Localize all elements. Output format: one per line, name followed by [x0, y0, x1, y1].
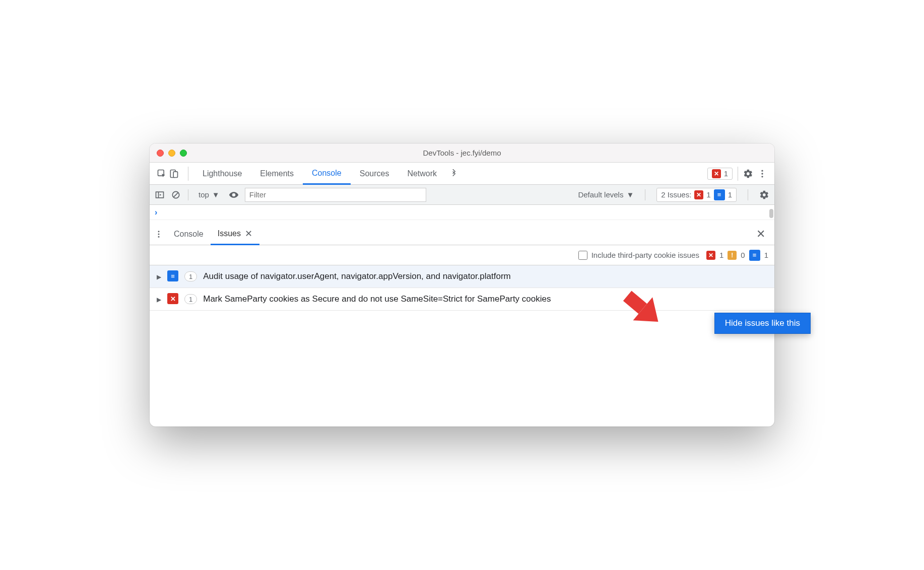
drawer-tab-issues[interactable]: Issues ✕	[211, 224, 259, 245]
main-tabstrip: Lighthouse Elements Console Sources Netw…	[150, 163, 774, 185]
issues-toolbar: Include third-party cookie issues ✕ 1 ! …	[150, 245, 774, 265]
levels-label: Default levels	[578, 190, 623, 199]
error-icon: ✕	[167, 293, 178, 304]
issues-info-count: 1	[728, 190, 732, 199]
error-icon: ✕	[706, 251, 715, 260]
expand-triangle-icon[interactable]: ▶	[157, 296, 161, 303]
issues-error-count: 1	[706, 190, 710, 199]
issues-list: ▶ ≡ 1 Audit usage of navigator.userAgent…	[150, 265, 774, 311]
chevron-down-icon: ▼	[626, 190, 634, 199]
error-count: 1	[724, 169, 728, 178]
log-levels-selector[interactable]: Default levels ▼	[578, 190, 634, 199]
kebab-menu-icon[interactable]	[757, 169, 767, 179]
close-tab-icon[interactable]: ✕	[245, 228, 252, 239]
issue-row[interactable]: ▶ ≡ 1 Audit usage of navigator.userAgent…	[150, 265, 774, 288]
svg-point-3	[761, 170, 763, 171]
error-icon: ✕	[694, 190, 703, 199]
svg-point-5	[761, 176, 763, 177]
live-expression-eye-icon[interactable]	[229, 190, 239, 200]
filter-input[interactable]	[245, 188, 426, 202]
console-prompt[interactable]: ›	[150, 205, 774, 220]
scrollbar-thumb[interactable]	[769, 209, 773, 218]
error-count: 1	[719, 251, 723, 259]
close-drawer-icon[interactable]: ✕	[751, 228, 770, 241]
svg-point-4	[761, 173, 763, 174]
tab-network[interactable]: Network	[398, 163, 446, 184]
error-count-badge[interactable]: ✕ 1	[707, 168, 733, 180]
drawer-kebab-icon[interactable]	[154, 229, 164, 239]
inspect-element-icon[interactable]	[157, 169, 167, 179]
empty-area	[150, 311, 774, 426]
prompt-chevron-icon: ›	[155, 208, 157, 217]
info-icon: ≡	[167, 270, 178, 281]
console-toolbar: top ▼ Default levels ▼ 2 Issues: ✕ 1 ≡ 1	[150, 185, 774, 205]
issue-kind-counts: ✕ 1 ! 0 ≡ 1	[706, 250, 768, 261]
tab-sources[interactable]: Sources	[351, 163, 399, 184]
console-settings-gear-icon[interactable]	[759, 190, 769, 200]
device-toggle-icon[interactable]	[169, 169, 179, 179]
info-count: 1	[764, 251, 768, 259]
include-3p-toggle[interactable]: Include third-party cookie issues	[578, 251, 699, 260]
issues-summary-chip[interactable]: 2 Issues: ✕ 1 ≡ 1	[656, 188, 737, 202]
svg-point-8	[158, 231, 160, 232]
drawer-tab-label: Console	[174, 230, 204, 239]
issue-title: Mark SameParty cookies as Secure and do …	[203, 293, 767, 305]
warning-count: 0	[741, 251, 745, 259]
svg-point-9	[158, 233, 160, 235]
info-icon: ≡	[714, 189, 725, 200]
clear-console-icon[interactable]	[171, 190, 181, 200]
divider	[748, 189, 748, 200]
tab-elements[interactable]: Elements	[251, 163, 303, 184]
divider	[645, 189, 645, 200]
issues-label: 2 Issues:	[661, 190, 691, 199]
hide-issues-menu-item[interactable]: Hide issues like this	[725, 318, 800, 328]
error-icon: ✕	[712, 169, 721, 178]
warning-icon: !	[728, 251, 737, 260]
issue-count-pill: 1	[184, 271, 197, 281]
svg-rect-2	[173, 172, 177, 178]
include-3p-label: Include third-party cookie issues	[591, 251, 699, 259]
divider	[738, 167, 738, 181]
divider	[188, 167, 188, 181]
window-titlebar: DevTools - jec.fyi/demo	[150, 144, 774, 163]
chevron-down-icon: ▼	[212, 190, 220, 199]
issue-title: Audit usage of navigator.userAgent, navi…	[203, 270, 767, 282]
annotation-arrow-icon	[613, 284, 669, 332]
toggle-sidebar-icon[interactable]	[155, 190, 165, 200]
drawer-tabstrip: Console Issues ✕ ✕	[150, 223, 774, 245]
divider	[188, 189, 188, 200]
info-icon: ≡	[749, 250, 760, 261]
more-tabs-icon[interactable]	[449, 169, 459, 179]
context-label: top	[199, 190, 209, 199]
tab-console[interactable]: Console	[303, 163, 351, 185]
devtools-window: DevTools - jec.fyi/demo Lighthouse Eleme…	[150, 144, 774, 426]
drawer-tab-label: Issues	[218, 229, 241, 238]
settings-gear-icon[interactable]	[743, 169, 753, 179]
context-selector[interactable]: top ▼	[195, 189, 223, 200]
issue-count-pill: 1	[184, 294, 197, 304]
expand-triangle-icon[interactable]: ▶	[157, 273, 161, 280]
svg-point-10	[158, 236, 160, 237]
window-title: DevTools - jec.fyi/demo	[150, 149, 774, 157]
context-menu: Hide issues like this	[714, 313, 811, 334]
include-3p-checkbox[interactable]	[578, 251, 587, 260]
tab-lighthouse[interactable]: Lighthouse	[193, 163, 251, 184]
issue-row[interactable]: ▶ ✕ 1 Mark SameParty cookies as Secure a…	[150, 288, 774, 311]
drawer-tab-console[interactable]: Console	[167, 223, 211, 245]
